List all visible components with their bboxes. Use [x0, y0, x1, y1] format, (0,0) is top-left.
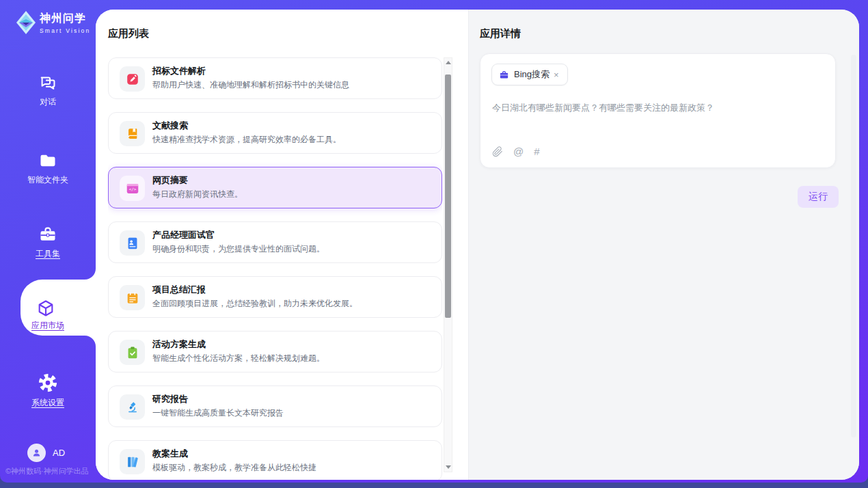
briefcase-icon	[499, 70, 509, 80]
sidebar-item-smart-folder[interactable]: 智能文件夹	[0, 151, 96, 186]
app-description: 全面回顾项目进展，总结经验教训，助力未来优化发展。	[152, 298, 357, 310]
app-description: 明确身份和职责，为您提供专业性的面试问题。	[152, 243, 325, 255]
triangle-down-icon	[446, 465, 451, 469]
app-card-web-summary[interactable]: </> 网页摘要 每日政府新闻资讯快查。	[108, 167, 442, 208]
hash-icon[interactable]: #	[534, 146, 539, 157]
sidebar-item-label: 系统设置	[0, 397, 96, 409]
brand-name: 神州问学	[40, 12, 90, 26]
sidebar-item-chat[interactable]: 对话	[0, 73, 96, 108]
app-name: 教案生成	[152, 448, 188, 460]
app-description: 每日政府新闻资讯快查。	[152, 189, 243, 200]
app-detail-panel: 应用详情 Bing搜索 × 今日湖北有哪些新闻要点？有哪些需要关注的最新政策？	[469, 10, 859, 480]
input-toolbar: @ #	[492, 146, 540, 157]
resume-icon	[120, 230, 145, 256]
cube-icon	[36, 299, 55, 318]
sidebar-item-toolset[interactable]: 工具集	[0, 225, 96, 260]
svg-text:</>: </>	[128, 187, 136, 191]
detail-panel-scrollbar[interactable]	[851, 55, 856, 437]
app-detail-title: 应用详情	[480, 27, 521, 40]
app-name: 产品经理面试官	[152, 229, 215, 241]
browser-code-icon: </>	[120, 176, 145, 201]
run-button[interactable]: 运行	[798, 186, 839, 208]
app-list-scrollbar[interactable]	[444, 57, 452, 472]
books-icon	[120, 449, 145, 474]
brand-logo: 神州问学 Smart Vision	[15, 10, 90, 36]
app-name: 网页摘要	[152, 174, 188, 187]
person-icon	[31, 448, 42, 458]
sidebar: 神州问学 Smart Vision 对话 智能文件夹	[0, 0, 96, 483]
app-card-project-summary[interactable]: 项目总结汇报 全面回顾项目进展，总结经验教训，助力未来优化发展。	[108, 276, 442, 318]
app-description: 一键智能生成高质量长文本研究报告	[152, 407, 284, 419]
doc-edit-icon	[120, 66, 145, 92]
query-input[interactable]: 今日湖北有哪些新闻要点？有哪些需要关注的最新政策？	[492, 101, 824, 115]
chat-icon	[38, 73, 57, 92]
triangle-up-icon	[446, 61, 451, 64]
gear-icon	[38, 372, 58, 393]
user-account[interactable]: AD	[27, 444, 65, 462]
app-card-list: 招标文件解析 帮助用户快速、准确地理解和解析招标书中的关键信息 文献搜索 快速精…	[108, 57, 442, 480]
app-name: 活动方案生成	[152, 338, 206, 351]
tool-tag-bing-search[interactable]: Bing搜索 ×	[491, 64, 568, 85]
app-description: 智能生成个性化活动方案，轻松解决规划难题。	[152, 353, 325, 364]
clipboard-check-icon	[120, 340, 145, 365]
query-card: Bing搜索 × 今日湖北有哪些新闻要点？有哪些需要关注的最新政策？ @ #	[480, 53, 836, 168]
close-icon[interactable]: ×	[552, 70, 560, 80]
app-description: 模板驱动，教案秒成，教学准备从此轻松快捷	[152, 462, 316, 474]
app-description: 帮助用户快速、准确地理解和解析招标书中的关键信息	[152, 79, 349, 91]
microscope-icon	[120, 394, 145, 420]
app-card-lesson-plan[interactable]: 教案生成 模板驱动，教案秒成，教学准备从此轻松快捷	[108, 440, 442, 480]
scrollbar-thumb[interactable]	[445, 74, 451, 318]
copyright-text: ©神州数码·神州问学出品	[5, 466, 96, 476]
paperclip-icon[interactable]	[492, 146, 503, 157]
app-name: 项目总结汇报	[152, 284, 206, 296]
user-initials: AD	[53, 448, 65, 458]
scroll-down-button[interactable]	[444, 463, 452, 472]
app-name: 研究报告	[152, 393, 188, 405]
sidebar-item-label: 智能文件夹	[0, 174, 96, 186]
notepad-icon	[120, 285, 145, 310]
app-list-panel: 应用列表 招标文件解析 帮助用户快速、准确地理解和解析招标书中的关键信息	[96, 10, 469, 480]
diamond-logo-icon	[15, 10, 37, 36]
toolbox-icon	[38, 225, 57, 244]
sidebar-item-settings[interactable]: 系统设置	[0, 372, 96, 409]
app-list-title: 应用列表	[108, 27, 149, 40]
brand-subtitle: Smart Vision	[40, 27, 90, 34]
app-name: 招标文件解析	[152, 65, 206, 77]
app-card-event-plan[interactable]: 活动方案生成 智能生成个性化活动方案，轻松解决规划难题。	[108, 331, 442, 372]
app-card-research-report[interactable]: 研究报告 一键智能生成高质量长文本研究报告	[108, 385, 442, 427]
app-name: 文献搜索	[152, 120, 188, 132]
app-card-bid-doc-parse[interactable]: 招标文件解析 帮助用户快速、准确地理解和解析招标书中的关键信息	[108, 57, 442, 99]
sidebar-item-label: 工具集	[0, 248, 96, 260]
sidebar-item-label: 对话	[0, 96, 96, 108]
app-description: 快速精准查找学术资源，提高研究效率的必备工具。	[152, 134, 341, 146]
tool-tag-label: Bing搜索	[514, 68, 550, 81]
mention-at-icon[interactable]: @	[513, 146, 524, 157]
scroll-up-button[interactable]	[444, 58, 452, 67]
folder-icon	[38, 151, 57, 170]
book-icon	[120, 121, 145, 146]
content-area: 应用列表 招标文件解析 帮助用户快速、准确地理解和解析招标书中的关键信息	[96, 10, 859, 480]
app-window: 神州问学 Smart Vision 对话 智能文件夹	[0, 0, 868, 483]
sidebar-item-label: 应用市场	[0, 320, 96, 331]
app-card-literature-search[interactable]: 文献搜索 快速精准查找学术资源，提高研究效率的必备工具。	[108, 112, 442, 154]
app-card-pm-interviewer[interactable]: 产品经理面试官 明确身份和职责，为您提供专业性的面试问题。	[108, 221, 442, 263]
active-nav-blob	[15, 267, 96, 363]
avatar	[27, 444, 46, 462]
